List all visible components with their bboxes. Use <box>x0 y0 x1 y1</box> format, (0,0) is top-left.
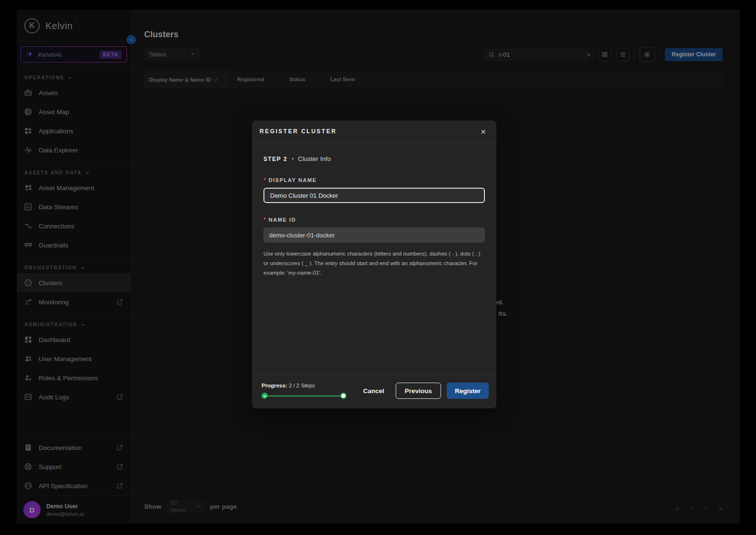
name-id-input[interactable] <box>263 227 485 243</box>
required-mark: * <box>263 216 266 223</box>
display-name-label-row: * DISPLAY NAME <box>263 177 485 183</box>
progress-bar <box>262 393 346 399</box>
progress-block: Progress: 2 / 2 Steps <box>262 383 346 399</box>
spacer <box>263 203 485 216</box>
progress-step1-done-icon <box>262 393 268 399</box>
display-name-input[interactable] <box>263 188 485 203</box>
progress-value: 2 / 2 Steps <box>289 383 315 388</box>
step-label: STEP 2 <box>263 156 287 162</box>
name-id-label-row: * NAME ID <box>263 216 485 223</box>
register-cluster-modal: REGISTER CLUSTER × STEP 2 • Cluster Info… <box>252 120 496 408</box>
required-mark: * <box>263 177 266 183</box>
step-separator: • <box>292 156 294 162</box>
modal-header: REGISTER CLUSTER × <box>252 120 496 143</box>
screenshot-root: K Kelvin KelvinAI BETA OPERATIONS <box>0 0 756 535</box>
modal-body: STEP 2 • Cluster Info * DISPLAY NAME * N… <box>252 143 496 278</box>
progress-step2-current-icon <box>340 393 346 399</box>
name-id-help-text: Use only lowercase alphanumeric characte… <box>263 249 485 278</box>
step-name: Cluster Info <box>298 155 331 162</box>
name-id-label: NAME ID <box>269 217 296 223</box>
progress-track <box>263 396 345 396</box>
modal-actions: Cancel Previous Register <box>357 383 489 399</box>
close-icon[interactable]: × <box>481 127 486 136</box>
modal-title: REGISTER CLUSTER <box>260 128 481 135</box>
display-name-label: DISPLAY NAME <box>269 177 317 183</box>
cancel-button[interactable]: Cancel <box>357 384 390 398</box>
step-indicator: STEP 2 • Cluster Info <box>263 155 485 162</box>
progress-label: Progress: <box>262 383 287 388</box>
progress-text: Progress: 2 / 2 Steps <box>262 383 346 388</box>
register-button[interactable]: Register <box>447 383 489 399</box>
modal-footer: Progress: 2 / 2 Steps Cancel Previous Re… <box>252 374 496 408</box>
previous-button[interactable]: Previous <box>396 383 441 399</box>
